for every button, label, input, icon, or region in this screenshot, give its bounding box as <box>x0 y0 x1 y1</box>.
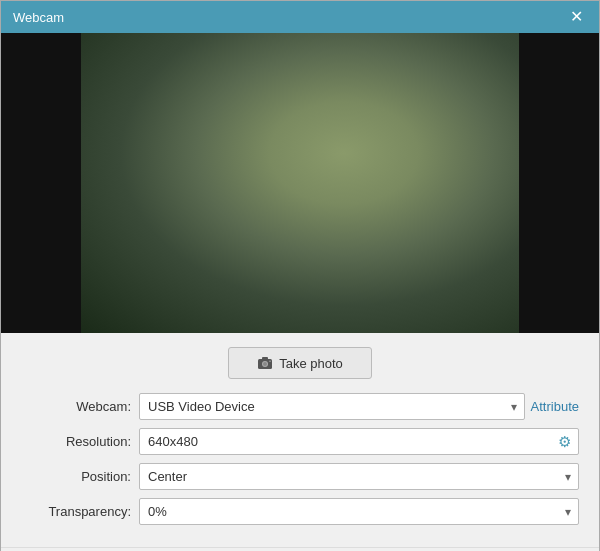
dialog-title: Webcam <box>13 10 64 25</box>
attribute-link[interactable]: Attribute <box>531 399 579 414</box>
transparency-label: Transparency: <box>21 504 131 519</box>
camera-right-border <box>519 33 599 333</box>
webcam-row: Webcam: USB Video Device ▾ Attribute <box>21 393 579 420</box>
transparency-select[interactable]: 0% 10% 20% 30% 40% 50% <box>139 498 579 525</box>
webcam-label: Webcam: <box>21 399 131 414</box>
footer: OK Cancel <box>1 547 599 551</box>
take-photo-button[interactable]: Take photo <box>228 347 372 379</box>
camera-left-border <box>1 33 81 333</box>
resolution-wrap: ⚙ <box>139 428 579 455</box>
camera-view <box>1 33 599 333</box>
svg-point-2 <box>263 362 267 366</box>
svg-rect-4 <box>269 361 271 363</box>
webcam-dialog: Webcam ✕ Take photo Webcam: <box>0 0 600 551</box>
position-row: Position: Center Top Left Top Right Bott… <box>21 463 579 490</box>
camera-feed <box>81 33 519 333</box>
take-photo-label: Take photo <box>279 356 343 371</box>
svg-rect-3 <box>262 357 268 360</box>
position-select[interactable]: Center Top Left Top Right Bottom Left Bo… <box>139 463 579 490</box>
transparency-row: Transparency: 0% 10% 20% 30% 40% 50% ▾ <box>21 498 579 525</box>
resolution-label: Resolution: <box>21 434 131 449</box>
title-bar: Webcam ✕ <box>1 1 599 33</box>
webcam-select-wrap: USB Video Device ▾ <box>139 393 525 420</box>
close-button[interactable]: ✕ <box>566 7 587 27</box>
controls-area: Take photo Webcam: USB Video Device ▾ At… <box>1 333 599 547</box>
camera-icon <box>257 355 273 371</box>
resolution-row: Resolution: ⚙ <box>21 428 579 455</box>
position-label: Position: <box>21 469 131 484</box>
resolution-input[interactable] <box>139 428 579 455</box>
take-photo-row: Take photo <box>21 347 579 379</box>
webcam-select[interactable]: USB Video Device <box>139 393 525 420</box>
position-wrap: Center Top Left Top Right Bottom Left Bo… <box>139 463 579 490</box>
gear-icon[interactable]: ⚙ <box>558 433 571 451</box>
transparency-wrap: 0% 10% 20% 30% 40% 50% ▾ <box>139 498 579 525</box>
